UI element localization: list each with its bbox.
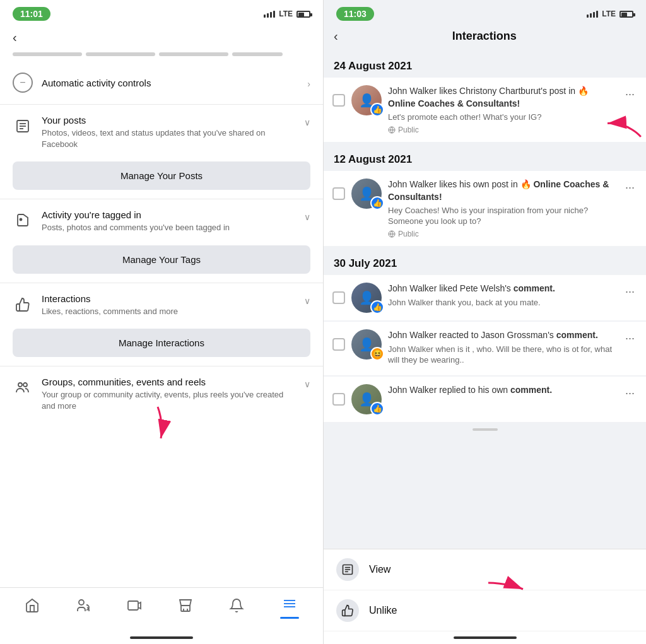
tag-icon: [13, 211, 33, 231]
your-posts-subtitle: Photos, videos, text and status updates …: [42, 127, 295, 150]
more-options-4[interactable]: ···: [623, 329, 637, 348]
manage-posts-button[interactable]: Manage Your Posts: [13, 161, 310, 190]
interaction-text-5: John Walker replied to his own comment.: [388, 384, 616, 397]
interaction-content-4: John Walker reacted to Jason Grossman's …: [388, 329, 616, 368]
interaction-content-2: John Walker likes his own post in 🔥 Onli…: [388, 179, 616, 238]
nav-friends[interactable]: [69, 594, 97, 621]
auto-activity-label: Automatic activity controls: [42, 78, 298, 88]
bottom-sheet-view[interactable]: View: [324, 549, 646, 590]
interaction-item-3[interactable]: 👤 👍 John Walker liked Pete Welsh's comme…: [324, 275, 646, 320]
view-icon: [336, 558, 359, 581]
divider-3: [0, 283, 323, 283]
bottom-sheet: View Unlike: [324, 549, 646, 631]
interaction-content-3: John Walker liked Pete Welsh's comment. …: [388, 283, 616, 310]
date-header-2: 12 August 2021: [324, 143, 646, 171]
interaction-item-1[interactable]: 👤 👍 John Walker likes Christony Chartbur…: [324, 78, 646, 142]
avatar-5: 👤 👍: [351, 384, 382, 414]
groups-text: Groups, communities, events and reels Yo…: [42, 377, 295, 412]
your-posts-text: Your posts Photos, videos, text and stat…: [42, 115, 295, 150]
lte-label: LTE: [279, 9, 293, 18]
page-title-right: Interactions: [348, 30, 621, 43]
nav-video[interactable]: [120, 594, 148, 621]
date-header-1: 24 August 2021: [324, 50, 646, 78]
bottom-sheet-unlike[interactable]: Unlike: [324, 590, 646, 631]
manage-interactions-button[interactable]: Manage Interactions: [13, 329, 310, 357]
more-options-3[interactable]: ···: [623, 283, 637, 301]
time-left: 11:01: [13, 7, 50, 21]
auto-activity-chevron: ›: [307, 79, 310, 89]
reaction-badge-2: 👍: [370, 196, 384, 210]
status-bar-left: 11:01 LTE: [0, 0, 323, 25]
avatar-1: 👤 👍: [351, 85, 382, 115]
auto-activity-row[interactable]: − Automatic activity controls ›: [0, 64, 323, 102]
menu-icon: [282, 596, 297, 615]
svg-point-5: [18, 383, 22, 387]
activity-tagged-text: Activity you're tagged in Posts, photos …: [42, 209, 295, 233]
interaction-item-2[interactable]: 👤 👍 John Walker likes his own post in 🔥 …: [324, 171, 646, 246]
nav-bell[interactable]: [223, 594, 250, 621]
home-indicator-left: [0, 631, 323, 644]
your-posts-title: Your posts: [42, 115, 295, 126]
right-panel: 11:03 LTE ‹ Interactions 24 August 2021 …: [323, 0, 646, 644]
signal-icon: [264, 11, 275, 18]
progress-bar-4: [232, 52, 283, 56]
interactions-subtitle: Likes, reactions, comments and more: [42, 306, 295, 317]
more-options-5[interactable]: ···: [623, 384, 637, 402]
interaction-text-3: John Walker liked Pete Welsh's comment.: [388, 283, 616, 295]
activity-tagged-chevron: ∨: [304, 212, 310, 222]
interactions-icon: [13, 295, 33, 315]
your-posts-item[interactable]: Your posts Photos, videos, text and stat…: [0, 107, 323, 158]
checkbox-4[interactable]: [332, 338, 345, 351]
more-options-1[interactable]: ···: [623, 85, 637, 103]
activity-tagged-title: Activity you're tagged in: [42, 209, 295, 220]
checkbox-3[interactable]: [332, 291, 345, 304]
home-icon: [25, 598, 40, 617]
groups-chevron: ∨: [304, 379, 310, 389]
svg-point-4: [20, 219, 22, 221]
video-icon: [127, 598, 142, 617]
interaction-preview-2: Hey Coaches! Who is your inspiration fro…: [388, 206, 616, 227]
nav-home[interactable]: [18, 594, 46, 621]
nav-menu[interactable]: [274, 592, 305, 623]
interaction-preview-1: Let's promote each other! What's your IG…: [388, 112, 616, 123]
checkbox-1[interactable]: [332, 94, 345, 107]
bottom-nav: [0, 587, 323, 631]
home-indicator-right: [324, 631, 646, 644]
avatar-4: 👤 😆: [351, 329, 382, 360]
checkbox-2[interactable]: [332, 187, 345, 200]
friends-icon: [76, 598, 91, 617]
interaction-item-4[interactable]: 👤 😆 John Walker reacted to Jason Grossma…: [324, 322, 646, 375]
avatar-3: 👤 👍: [351, 283, 382, 313]
battery-icon: [297, 11, 310, 18]
activity-tagged-subtitle: Posts, photos and comments you've been t…: [42, 222, 295, 233]
status-icons-right: LTE: [587, 9, 633, 18]
avatar-2: 👤 👍: [351, 179, 382, 209]
divider-2: [0, 199, 323, 199]
back-button-right[interactable]: ‹: [334, 29, 338, 44]
nav-store[interactable]: [172, 594, 199, 621]
svg-rect-9: [128, 601, 138, 610]
interaction-preview-4: John Walker when is it , who. Will be th…: [388, 344, 616, 366]
more-options-2[interactable]: ···: [623, 179, 637, 197]
interaction-item-5[interactable]: 👤 👍 John Walker replied to his own comme…: [324, 377, 646, 422]
left-panel: 11:01 LTE ‹ − Automatic activity control…: [0, 0, 323, 644]
interaction-text-1: John Walker likes Christony Chartburut's…: [388, 85, 616, 110]
reaction-badge-1: 👍: [370, 103, 384, 117]
reaction-badge-4: 😆: [370, 347, 384, 361]
date-header-3: 30 July 2021: [324, 247, 646, 275]
battery-icon-right: [620, 11, 633, 18]
auto-activity-icon: −: [13, 73, 33, 93]
interaction-content-5: John Walker replied to his own comment.: [388, 384, 616, 399]
back-button-left[interactable]: ‹: [0, 25, 323, 50]
manage-tags-button[interactable]: Manage Your Tags: [13, 245, 310, 274]
home-bar-left: [130, 636, 193, 639]
interactions-title: Interactions: [42, 293, 295, 304]
activity-tagged-item[interactable]: Activity you're tagged in Posts, photos …: [0, 202, 323, 241]
posts-icon: [13, 116, 33, 136]
interactions-item[interactable]: Interactions Likes, reactions, comments …: [0, 286, 323, 325]
groups-item[interactable]: Groups, communities, events and reels Yo…: [0, 369, 323, 419]
checkbox-5[interactable]: [332, 393, 345, 406]
progress-bars: [0, 50, 323, 64]
divider-1: [0, 104, 323, 105]
interactions-text: Interactions Likes, reactions, comments …: [42, 293, 295, 317]
